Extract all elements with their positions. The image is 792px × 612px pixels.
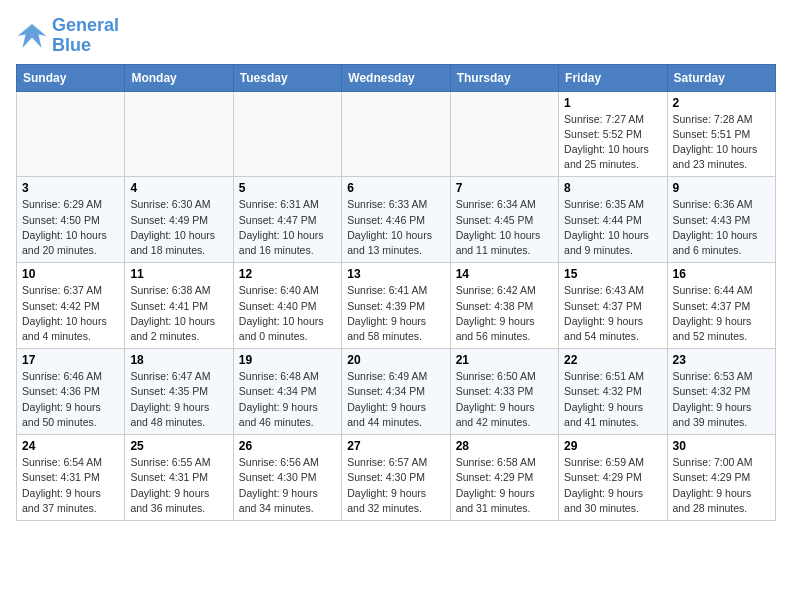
calendar-cell: [233, 91, 341, 177]
calendar-cell: 15Sunrise: 6:43 AM Sunset: 4:37 PM Dayli…: [559, 263, 667, 349]
day-info: Sunrise: 6:34 AM Sunset: 4:45 PM Dayligh…: [456, 197, 553, 258]
calendar-cell: 29Sunrise: 6:59 AM Sunset: 4:29 PM Dayli…: [559, 435, 667, 521]
calendar-cell: [17, 91, 125, 177]
day-info: Sunrise: 6:38 AM Sunset: 4:41 PM Dayligh…: [130, 283, 227, 344]
day-info: Sunrise: 7:00 AM Sunset: 4:29 PM Dayligh…: [673, 455, 770, 516]
day-info: Sunrise: 6:37 AM Sunset: 4:42 PM Dayligh…: [22, 283, 119, 344]
weekday-header-row: SundayMondayTuesdayWednesdayThursdayFrid…: [17, 64, 776, 91]
calendar-cell: 7Sunrise: 6:34 AM Sunset: 4:45 PM Daylig…: [450, 177, 558, 263]
day-info: Sunrise: 6:58 AM Sunset: 4:29 PM Dayligh…: [456, 455, 553, 516]
calendar-cell: 16Sunrise: 6:44 AM Sunset: 4:37 PM Dayli…: [667, 263, 775, 349]
calendar-cell: 27Sunrise: 6:57 AM Sunset: 4:30 PM Dayli…: [342, 435, 450, 521]
day-number: 10: [22, 267, 119, 281]
day-info: Sunrise: 6:43 AM Sunset: 4:37 PM Dayligh…: [564, 283, 661, 344]
day-info: Sunrise: 6:50 AM Sunset: 4:33 PM Dayligh…: [456, 369, 553, 430]
calendar-cell: [450, 91, 558, 177]
calendar-cell: 23Sunrise: 6:53 AM Sunset: 4:32 PM Dayli…: [667, 349, 775, 435]
day-info: Sunrise: 6:54 AM Sunset: 4:31 PM Dayligh…: [22, 455, 119, 516]
week-row-4: 17Sunrise: 6:46 AM Sunset: 4:36 PM Dayli…: [17, 349, 776, 435]
day-number: 18: [130, 353, 227, 367]
calendar-cell: [342, 91, 450, 177]
weekday-header-sunday: Sunday: [17, 64, 125, 91]
day-info: Sunrise: 6:46 AM Sunset: 4:36 PM Dayligh…: [22, 369, 119, 430]
day-info: Sunrise: 6:30 AM Sunset: 4:49 PM Dayligh…: [130, 197, 227, 258]
day-number: 15: [564, 267, 661, 281]
calendar-cell: 10Sunrise: 6:37 AM Sunset: 4:42 PM Dayli…: [17, 263, 125, 349]
calendar-cell: 26Sunrise: 6:56 AM Sunset: 4:30 PM Dayli…: [233, 435, 341, 521]
day-number: 21: [456, 353, 553, 367]
day-number: 3: [22, 181, 119, 195]
day-number: 12: [239, 267, 336, 281]
calendar-cell: 24Sunrise: 6:54 AM Sunset: 4:31 PM Dayli…: [17, 435, 125, 521]
week-row-1: 1Sunrise: 7:27 AM Sunset: 5:52 PM Daylig…: [17, 91, 776, 177]
day-info: Sunrise: 6:42 AM Sunset: 4:38 PM Dayligh…: [456, 283, 553, 344]
calendar-cell: 5Sunrise: 6:31 AM Sunset: 4:47 PM Daylig…: [233, 177, 341, 263]
calendar-cell: 14Sunrise: 6:42 AM Sunset: 4:38 PM Dayli…: [450, 263, 558, 349]
week-row-5: 24Sunrise: 6:54 AM Sunset: 4:31 PM Dayli…: [17, 435, 776, 521]
day-number: 23: [673, 353, 770, 367]
page-header: General Blue: [16, 16, 776, 56]
calendar-cell: 2Sunrise: 7:28 AM Sunset: 5:51 PM Daylig…: [667, 91, 775, 177]
calendar-cell: 19Sunrise: 6:48 AM Sunset: 4:34 PM Dayli…: [233, 349, 341, 435]
day-number: 22: [564, 353, 661, 367]
day-info: Sunrise: 6:41 AM Sunset: 4:39 PM Dayligh…: [347, 283, 444, 344]
week-row-2: 3Sunrise: 6:29 AM Sunset: 4:50 PM Daylig…: [17, 177, 776, 263]
day-number: 5: [239, 181, 336, 195]
day-number: 26: [239, 439, 336, 453]
logo-icon: [16, 20, 48, 52]
day-info: Sunrise: 6:47 AM Sunset: 4:35 PM Dayligh…: [130, 369, 227, 430]
day-info: Sunrise: 6:49 AM Sunset: 4:34 PM Dayligh…: [347, 369, 444, 430]
day-number: 13: [347, 267, 444, 281]
calendar-cell: 17Sunrise: 6:46 AM Sunset: 4:36 PM Dayli…: [17, 349, 125, 435]
day-info: Sunrise: 6:36 AM Sunset: 4:43 PM Dayligh…: [673, 197, 770, 258]
day-info: Sunrise: 6:35 AM Sunset: 4:44 PM Dayligh…: [564, 197, 661, 258]
day-info: Sunrise: 6:55 AM Sunset: 4:31 PM Dayligh…: [130, 455, 227, 516]
day-info: Sunrise: 6:33 AM Sunset: 4:46 PM Dayligh…: [347, 197, 444, 258]
calendar-cell: 18Sunrise: 6:47 AM Sunset: 4:35 PM Dayli…: [125, 349, 233, 435]
day-number: 9: [673, 181, 770, 195]
day-number: 27: [347, 439, 444, 453]
calendar-cell: [125, 91, 233, 177]
day-number: 28: [456, 439, 553, 453]
day-info: Sunrise: 6:53 AM Sunset: 4:32 PM Dayligh…: [673, 369, 770, 430]
day-number: 19: [239, 353, 336, 367]
calendar-cell: 3Sunrise: 6:29 AM Sunset: 4:50 PM Daylig…: [17, 177, 125, 263]
calendar-cell: 12Sunrise: 6:40 AM Sunset: 4:40 PM Dayli…: [233, 263, 341, 349]
calendar-cell: 25Sunrise: 6:55 AM Sunset: 4:31 PM Dayli…: [125, 435, 233, 521]
day-number: 1: [564, 96, 661, 110]
day-info: Sunrise: 6:29 AM Sunset: 4:50 PM Dayligh…: [22, 197, 119, 258]
week-row-3: 10Sunrise: 6:37 AM Sunset: 4:42 PM Dayli…: [17, 263, 776, 349]
day-number: 25: [130, 439, 227, 453]
day-number: 29: [564, 439, 661, 453]
calendar-cell: 6Sunrise: 6:33 AM Sunset: 4:46 PM Daylig…: [342, 177, 450, 263]
day-number: 30: [673, 439, 770, 453]
calendar-cell: 1Sunrise: 7:27 AM Sunset: 5:52 PM Daylig…: [559, 91, 667, 177]
day-info: Sunrise: 6:56 AM Sunset: 4:30 PM Dayligh…: [239, 455, 336, 516]
weekday-header-monday: Monday: [125, 64, 233, 91]
calendar-cell: 22Sunrise: 6:51 AM Sunset: 4:32 PM Dayli…: [559, 349, 667, 435]
svg-marker-0: [18, 24, 47, 48]
day-info: Sunrise: 6:31 AM Sunset: 4:47 PM Dayligh…: [239, 197, 336, 258]
day-info: Sunrise: 6:51 AM Sunset: 4:32 PM Dayligh…: [564, 369, 661, 430]
weekday-header-friday: Friday: [559, 64, 667, 91]
day-number: 16: [673, 267, 770, 281]
calendar-cell: 20Sunrise: 6:49 AM Sunset: 4:34 PM Dayli…: [342, 349, 450, 435]
weekday-header-saturday: Saturday: [667, 64, 775, 91]
day-info: Sunrise: 6:40 AM Sunset: 4:40 PM Dayligh…: [239, 283, 336, 344]
calendar-table: SundayMondayTuesdayWednesdayThursdayFrid…: [16, 64, 776, 521]
day-number: 4: [130, 181, 227, 195]
day-info: Sunrise: 6:44 AM Sunset: 4:37 PM Dayligh…: [673, 283, 770, 344]
calendar-cell: 28Sunrise: 6:58 AM Sunset: 4:29 PM Dayli…: [450, 435, 558, 521]
day-info: Sunrise: 6:57 AM Sunset: 4:30 PM Dayligh…: [347, 455, 444, 516]
calendar-cell: 4Sunrise: 6:30 AM Sunset: 4:49 PM Daylig…: [125, 177, 233, 263]
day-number: 24: [22, 439, 119, 453]
day-number: 11: [130, 267, 227, 281]
day-number: 2: [673, 96, 770, 110]
logo-text: General Blue: [52, 16, 119, 56]
calendar-cell: 13Sunrise: 6:41 AM Sunset: 4:39 PM Dayli…: [342, 263, 450, 349]
weekday-header-tuesday: Tuesday: [233, 64, 341, 91]
day-info: Sunrise: 6:48 AM Sunset: 4:34 PM Dayligh…: [239, 369, 336, 430]
calendar-cell: 9Sunrise: 6:36 AM Sunset: 4:43 PM Daylig…: [667, 177, 775, 263]
calendar-cell: 11Sunrise: 6:38 AM Sunset: 4:41 PM Dayli…: [125, 263, 233, 349]
calendar-cell: 8Sunrise: 6:35 AM Sunset: 4:44 PM Daylig…: [559, 177, 667, 263]
